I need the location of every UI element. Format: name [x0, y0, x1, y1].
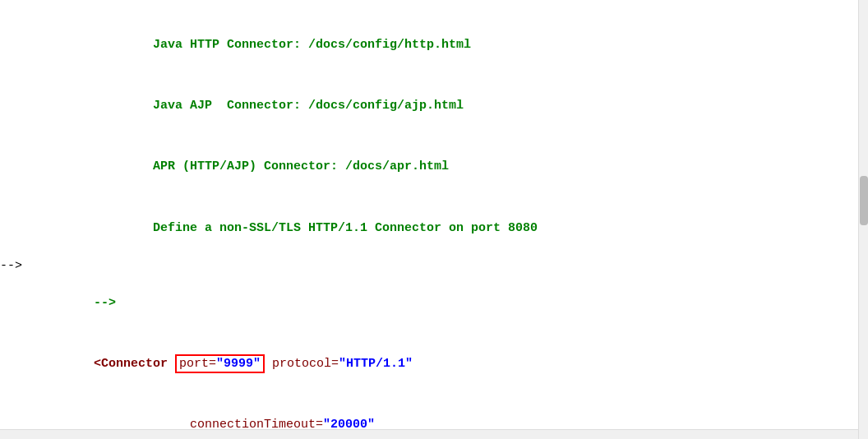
scrollbar-thumb-v[interactable]: [860, 176, 868, 225]
attr-port-name: port=: [179, 357, 216, 371]
tag-connector: <Connector: [94, 357, 175, 371]
comment-text: Define a non-SSL/TLS HTTP/1.1 Connector …: [94, 221, 538, 235]
comment-text: APR (HTTP/AJP) Connector: /docs/apr.html: [94, 159, 449, 173]
code-line-5: -->: [0, 273, 868, 334]
horizontal-scrollbar[interactable]: [0, 429, 858, 439]
code-line-2: Java AJP Connector: /docs/config/ajp.htm…: [0, 76, 868, 136]
comment-text: Java HTTP Connector: /docs/config/http.h…: [94, 38, 471, 52]
attr-port-value: "9999": [216, 357, 261, 371]
vertical-scrollbar[interactable]: [858, 0, 868, 439]
tag-space: [265, 357, 272, 371]
code-line-3: APR (HTTP/AJP) Connector: /docs/apr.html: [0, 137, 868, 198]
code-line-6: <Connector port="9999" protocol="HTTP/1.…: [0, 334, 868, 395]
attr-protocol-value: "HTTP/1.1": [339, 357, 413, 371]
close-comment: -->: [94, 296, 116, 310]
highlighted-port: port="9999": [175, 354, 265, 373]
comment-text: Java AJP Connector: /docs/config/ajp.htm…: [94, 99, 464, 113]
code-line-1: Java HTTP Connector: /docs/config/http.h…: [0, 15, 868, 76]
code-editor: Java HTTP Connector: /docs/config/http.h…: [0, 0, 868, 439]
code-line-4: Define a non-SSL/TLS HTTP/1.1 Connector …: [0, 198, 868, 259]
attr-protocol-name: protocol=: [272, 357, 339, 371]
